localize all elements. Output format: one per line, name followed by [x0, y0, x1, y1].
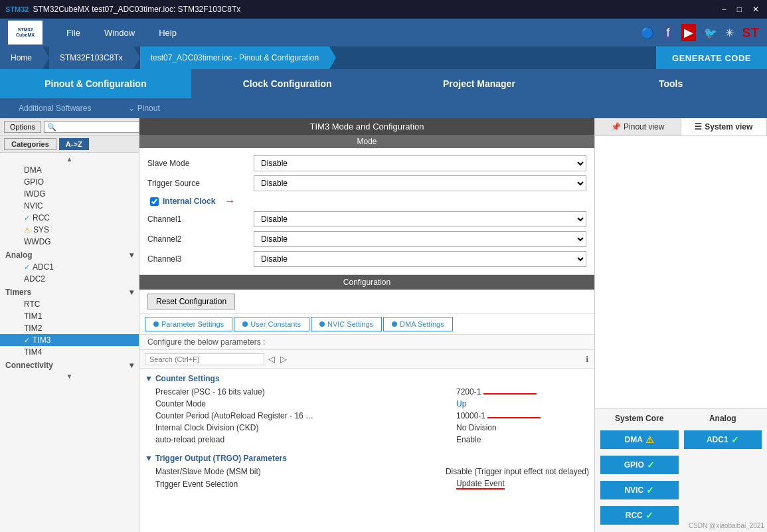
- counter-settings-section: ▼ Counter Settings Prescaler (PSC - 16 b…: [139, 369, 594, 448]
- options-button[interactable]: Options: [4, 121, 41, 133]
- tab-pinout-configuration[interactable]: Pinout & Configuration: [0, 69, 192, 98]
- scroll-down-button[interactable]: ▼: [0, 371, 139, 381]
- sidebar-item-adc2[interactable]: ADC2: [0, 273, 139, 285]
- sidebar-group-connectivity[interactable]: Connectivity ▾: [0, 358, 139, 371]
- system-core-header: System Core: [600, 414, 679, 423]
- trigger-event-row: Trigger Event Selection Update Event: [145, 478, 589, 491]
- breadcrumb-device[interactable]: STM32F103C8Tx: [49, 46, 133, 69]
- sidebar-item-iwdg[interactable]: IWDG: [0, 188, 139, 200]
- trigger-source-row: Trigger Source Disable: [147, 173, 586, 193]
- title-bar-left: STM32 STM32CubeMX test07_ADC03timer.ioc:…: [5, 5, 240, 14]
- search-next-button[interactable]: ▷: [279, 353, 288, 365]
- reset-configuration-button[interactable]: Reset Configuration: [147, 294, 235, 310]
- prescaler-label: Prescaler (PSC - 16 bits value): [155, 387, 456, 397]
- channel1-label: Channel1: [147, 215, 254, 224]
- counter-mode-value: Up: [456, 399, 589, 408]
- sidebar-item-dma[interactable]: DMA: [0, 164, 139, 176]
- system-core-col: DMA ⚠ GPIO ✓ NVIC ✓ RCC ✓: [600, 428, 679, 527]
- trgo-header[interactable]: ▼ Trigger Output (TRGO) Parameters: [145, 451, 589, 466]
- tab-pinout-view[interactable]: 📌 Pinout view: [595, 118, 681, 135]
- gpio-button[interactable]: GPIO ✓: [600, 456, 679, 474]
- dma-badge: ⚠: [645, 434, 654, 445]
- dma-button[interactable]: DMA ⚠: [600, 430, 679, 449]
- sidebar-group-analog[interactable]: Analog ▾: [0, 248, 139, 261]
- param-search-input[interactable]: [145, 353, 264, 365]
- youtube-icon[interactable]: ▶: [681, 24, 696, 41]
- maximize-button[interactable]: □: [734, 5, 744, 14]
- right-panel-diagram: [595, 136, 767, 408]
- param-settings-dot: [153, 321, 159, 327]
- sidebar-item-sys[interactable]: ⚠ SYS: [0, 224, 139, 236]
- tab-parameter-settings[interactable]: Parameter Settings: [145, 317, 232, 331]
- sidebar-item-tim1[interactable]: TIM1: [0, 310, 139, 322]
- channel2-select[interactable]: Disable: [254, 231, 586, 247]
- config-tabs: Parameter Settings User Constants NVIC S…: [139, 314, 594, 335]
- tab-dma-settings[interactable]: DMA Settings: [383, 317, 453, 331]
- sidebar-item-rcc[interactable]: ✓ RCC: [0, 212, 139, 224]
- dma-settings-dot: [392, 321, 397, 327]
- tab-nvic-settings[interactable]: NVIC Settings: [311, 317, 382, 331]
- autoreload-row: auto-reload preload Enable: [145, 434, 589, 446]
- sidebar-item-gpio[interactable]: GPIO: [0, 176, 139, 188]
- analog-col: ADC1 ✓: [684, 428, 762, 527]
- sidebar-item-tim3[interactable]: ✓ TIM3: [0, 334, 139, 346]
- logo-area: STM32CubeMX: [8, 21, 43, 44]
- config-info: Configure the below parameters :: [139, 335, 594, 350]
- sub-tab-additional-softwares[interactable]: Additional Softwares: [13, 101, 96, 116]
- sub-tab-pinout[interactable]: ⌄ Pinout: [123, 101, 165, 116]
- breadcrumb-arrow-2: [133, 46, 140, 69]
- tab-tools[interactable]: Tools: [575, 69, 767, 98]
- sidebar-item-rtc[interactable]: RTC: [0, 298, 139, 310]
- adc1-button[interactable]: ADC1 ✓: [684, 430, 762, 449]
- counter-settings-label: Counter Settings: [155, 374, 220, 383]
- minimize-button[interactable]: −: [719, 5, 729, 14]
- tab-project-manager[interactable]: Project Manager: [384, 69, 576, 98]
- network-icon[interactable]: ✳: [725, 27, 734, 39]
- info-icon[interactable]: ℹ: [586, 355, 589, 364]
- close-button[interactable]: ✕: [750, 5, 762, 14]
- prescaler-row: Prescaler (PSC - 16 bits value) 7200-1: [145, 386, 589, 398]
- menu-help[interactable]: Help: [148, 24, 187, 42]
- tab-user-constants[interactable]: User Constants: [234, 317, 309, 331]
- facebook-icon[interactable]: f: [662, 25, 673, 41]
- prescaler-value: 7200-1: [456, 387, 589, 397]
- main-tabs: Pinout & Configuration Clock Configurati…: [0, 69, 767, 98]
- ckd-label: Internal Clock Division (CKD): [155, 423, 456, 432]
- sidebar-item-nvic[interactable]: NVIC: [0, 200, 139, 212]
- search-prev-button[interactable]: ◁: [267, 353, 276, 365]
- nvic-button[interactable]: NVIC ✓: [600, 481, 679, 499]
- menu-window[interactable]: Window: [94, 24, 145, 42]
- watermark: CSDN @xiaobaibai_2021: [689, 522, 764, 529]
- trigger-event-value: Update Event: [456, 479, 589, 489]
- system-section: System Core Analog DMA ⚠ GPIO ✓ NVIC ✓: [595, 408, 767, 532]
- channel3-select[interactable]: Disable: [254, 251, 586, 267]
- filter-categories-button[interactable]: Categories: [4, 138, 56, 150]
- menu-icons: 🔵 f ▶ 🐦 ✳ ST: [641, 24, 759, 41]
- scroll-up-button[interactable]: ▲: [0, 154, 139, 164]
- trigger-event-label: Trigger Event Selection: [155, 480, 456, 489]
- sidebar-item-adc1[interactable]: ✓ ADC1: [0, 261, 139, 273]
- rcc-button[interactable]: RCC ✓: [600, 506, 679, 525]
- slave-mode-select[interactable]: Disable: [254, 155, 586, 171]
- slave-mode-label: Slave Mode: [147, 159, 254, 168]
- twitter-icon[interactable]: 🐦: [704, 27, 717, 39]
- sidebar-item-wwdg[interactable]: WWDG: [0, 236, 139, 248]
- trigger-source-select[interactable]: Disable: [254, 175, 586, 191]
- generate-code-button[interactable]: GENERATE CODE: [656, 46, 767, 69]
- breadcrumb-home[interactable]: Home: [0, 46, 43, 69]
- filter-az-button[interactable]: A->Z: [59, 138, 89, 150]
- nvic-badge: ✓: [646, 485, 654, 495]
- internal-clock-checkbox[interactable]: [150, 197, 159, 206]
- channel1-select[interactable]: Disable: [254, 211, 586, 227]
- breadcrumb-current[interactable]: test07_ADC03timer.ioc - Pinout & Configu…: [140, 46, 329, 69]
- tab-clock-configuration[interactable]: Clock Configuration: [192, 69, 384, 98]
- tab-system-view[interactable]: ☰ System view: [681, 118, 768, 135]
- sidebar-item-tim2[interactable]: TIM2: [0, 322, 139, 334]
- st-logo-icon: ST: [742, 25, 759, 41]
- sidebar-search-input[interactable]: [44, 121, 139, 133]
- sidebar-group-timers[interactable]: Timers ▾: [0, 285, 139, 298]
- sidebar-item-tim4[interactable]: TIM4: [0, 346, 139, 358]
- counter-settings-header[interactable]: ▼ Counter Settings: [145, 371, 589, 386]
- update-icon[interactable]: 🔵: [641, 27, 654, 39]
- menu-file[interactable]: File: [56, 24, 91, 42]
